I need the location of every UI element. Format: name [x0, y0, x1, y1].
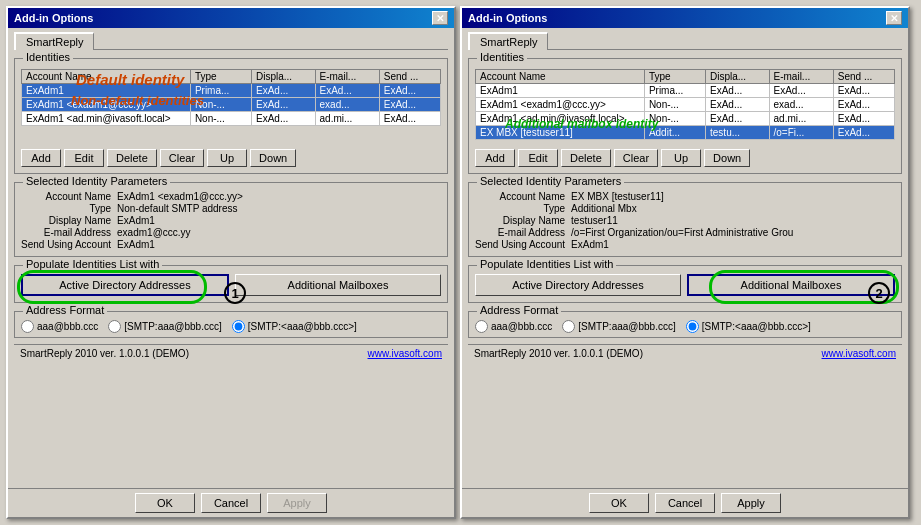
delete-button[interactable]: Delete: [561, 149, 611, 167]
table-cell: ExAdm1 <exadm1@ccc.yy>: [476, 98, 645, 112]
table-row[interactable]: EX MBX [testuser11]Addit...testu.../o=Fi…: [476, 126, 895, 140]
footer-version: SmartReply 2010 ver. 1.0.0.1 (DEMO): [474, 348, 643, 359]
radio-label: [SMTP:aaa@bbb.ccc]: [124, 321, 221, 332]
table-cell: ExAd...: [833, 84, 894, 98]
footer-bar: SmartReply 2010 ver. 1.0.0.1 (DEMO) www.…: [468, 344, 902, 362]
param-value: Additional Mbx: [571, 203, 895, 214]
edit-button[interactable]: Edit: [64, 149, 104, 167]
radio-input-1[interactable]: [562, 320, 575, 333]
param-value: Non-default SMTP address: [117, 203, 441, 214]
identities-table-container: Default identityNon-default identitiesAc…: [21, 63, 441, 145]
active-directory-button[interactable]: Active Directory Addresses: [21, 274, 229, 296]
table-cell: /o=Fi...: [769, 126, 833, 140]
apply-dialog-button[interactable]: Apply: [721, 493, 781, 513]
radio-option-2[interactable]: [SMTP:<aaa@bbb.ccc>]: [232, 320, 357, 333]
populate-title: Populate Identities List with: [477, 258, 616, 270]
dialog-1: Add-in Options ✕SmartReplyIdentitiesDefa…: [6, 6, 456, 519]
radio-input-0[interactable]: [21, 320, 34, 333]
param-label: Account Name: [475, 191, 565, 202]
identity-action-buttons: AddEditDeleteClearUpDown: [475, 149, 895, 167]
table-cell: ExAd...: [379, 98, 440, 112]
params-grid: Account NameExAdm1 <exadm1@ccc.yy>TypeNo…: [21, 191, 441, 250]
radio-option-2[interactable]: [SMTP:<aaa@bbb.ccc>]: [686, 320, 811, 333]
table-cell: ExAd...: [833, 98, 894, 112]
ok-dialog-button[interactable]: OK: [135, 493, 195, 513]
cancel-dialog-button[interactable]: Cancel: [201, 493, 261, 513]
param-label: E-mail Address: [21, 227, 111, 238]
close-button[interactable]: ✕: [886, 11, 902, 25]
param-value: ExAdm1: [117, 215, 441, 226]
table-cell: ExAd...: [252, 84, 316, 98]
additional-mailboxes-button[interactable]: Additional Mailboxes: [235, 274, 441, 296]
table-column-header: Displa...: [252, 70, 316, 84]
params-title: Selected Identity Parameters: [477, 175, 624, 187]
table-cell: ExAd...: [706, 112, 770, 126]
param-value: exadm1@ccc.yy: [117, 227, 441, 238]
up-button[interactable]: Up: [207, 149, 247, 167]
table-cell: exad...: [315, 98, 379, 112]
down-button[interactable]: Down: [250, 149, 296, 167]
footer-link[interactable]: www.ivasoft.com: [368, 348, 442, 359]
table-column-header: E-mail...: [315, 70, 379, 84]
dialog-content: SmartReplyIdentitiesDefault identityNon-…: [8, 28, 454, 488]
address-format-title: Address Format: [23, 304, 107, 316]
table-row[interactable]: ExAdm1Prima...ExAd...ExAd...ExAd...: [22, 84, 441, 98]
table-cell: Prima...: [644, 84, 705, 98]
active-directory-button[interactable]: Active Directory Addresses: [475, 274, 681, 296]
table-row[interactable]: ExAdm1 <ad.min@ivasoft.local>Non-...ExAd…: [476, 112, 895, 126]
table-column-header: Send ...: [833, 70, 894, 84]
tab-smartreply[interactable]: SmartReply: [14, 32, 94, 50]
add-button[interactable]: Add: [475, 149, 515, 167]
additional-mailboxes-button[interactable]: Additional Mailboxes: [687, 274, 895, 296]
radio-option-0[interactable]: aaa@bbb.ccc: [475, 320, 552, 333]
address-format-section: Address Formataaa@bbb.ccc[SMTP:aaa@bbb.c…: [14, 311, 448, 338]
clear-button[interactable]: Clear: [160, 149, 204, 167]
table-cell: ExAd...: [833, 126, 894, 140]
footer-link[interactable]: www.ivasoft.com: [822, 348, 896, 359]
radio-label: aaa@bbb.ccc: [491, 321, 552, 332]
dialog-title: Add-in Options: [14, 12, 93, 24]
radio-input-0[interactable]: [475, 320, 488, 333]
radio-input-2[interactable]: [686, 320, 699, 333]
radio-option-1[interactable]: [SMTP:aaa@bbb.ccc]: [108, 320, 221, 333]
table-cell: ExAdm1 <ad.min@ivasoft.local>: [476, 112, 645, 126]
up-button[interactable]: Up: [661, 149, 701, 167]
clear-button[interactable]: Clear: [614, 149, 658, 167]
table-row[interactable]: ExAdm1Prima...ExAd...ExAd...ExAd...: [476, 84, 895, 98]
add-button[interactable]: Add: [21, 149, 61, 167]
table-cell: Non-...: [644, 98, 705, 112]
close-button[interactable]: ✕: [432, 11, 448, 25]
radio-input-1[interactable]: [108, 320, 121, 333]
param-label: Type: [21, 203, 111, 214]
cancel-dialog-button[interactable]: Cancel: [655, 493, 715, 513]
table-cell: ExAd...: [252, 98, 316, 112]
footer-version: SmartReply 2010 ver. 1.0.0.1 (DEMO): [20, 348, 189, 359]
title-bar: Add-in Options ✕: [462, 8, 908, 28]
radio-input-2[interactable]: [232, 320, 245, 333]
apply-dialog-button[interactable]: Apply: [267, 493, 327, 513]
radio-option-1[interactable]: [SMTP:aaa@bbb.ccc]: [562, 320, 675, 333]
param-value: ExAdm1: [117, 239, 441, 250]
table-cell: ExAd...: [252, 112, 316, 126]
table-cell: Addit...: [644, 126, 705, 140]
edit-button[interactable]: Edit: [518, 149, 558, 167]
table-column-header: Type: [644, 70, 705, 84]
table-cell: ExAd...: [379, 84, 440, 98]
table-row[interactable]: ExAdm1 <exadm1@ccc.yy>Non-...ExAd...exad…: [22, 98, 441, 112]
table-cell: ExAd...: [833, 112, 894, 126]
table-cell: Non-...: [644, 112, 705, 126]
table-column-header: Send ...: [379, 70, 440, 84]
ok-dialog-button[interactable]: OK: [589, 493, 649, 513]
radio-option-0[interactable]: aaa@bbb.ccc: [21, 320, 98, 333]
down-button[interactable]: Down: [704, 149, 750, 167]
param-value: ExAdm1: [571, 239, 895, 250]
table-row[interactable]: ExAdm1 <exadm1@ccc.yy>Non-...ExAd...exad…: [476, 98, 895, 112]
table-row[interactable]: ExAdm1 <ad.min@ivasoft.local>Non-...ExAd…: [22, 112, 441, 126]
table-cell: Prima...: [190, 84, 251, 98]
address-format-title: Address Format: [477, 304, 561, 316]
params-section: Selected Identity ParametersAccount Name…: [468, 182, 902, 257]
tab-smartreply[interactable]: SmartReply: [468, 32, 548, 50]
table-column-header: Displa...: [706, 70, 770, 84]
param-label: Type: [475, 203, 565, 214]
delete-button[interactable]: Delete: [107, 149, 157, 167]
